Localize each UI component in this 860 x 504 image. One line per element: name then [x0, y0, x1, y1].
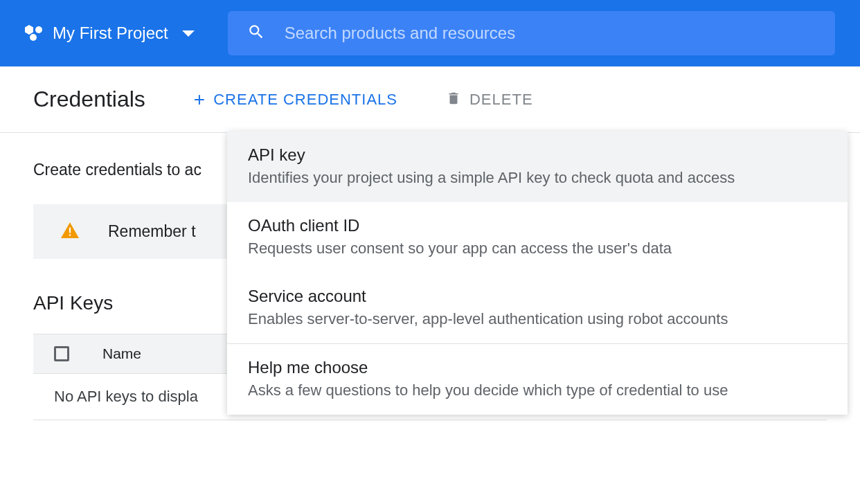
svg-rect-5	[69, 234, 71, 235]
menu-item-desc: Enables server-to-server, app-level auth…	[248, 310, 827, 328]
create-credentials-dropdown: API key Identifies your project using a …	[227, 132, 848, 415]
column-header-name: Name	[102, 345, 141, 362]
plus-icon: +	[194, 89, 205, 111]
menu-item-desc: Asks a few questions to help you decide …	[248, 381, 827, 399]
warning-text: Remember t	[108, 222, 196, 241]
svg-point-2	[30, 34, 37, 41]
page-title: Credentials	[33, 87, 145, 112]
svg-rect-4	[69, 228, 71, 233]
svg-marker-0	[25, 25, 33, 35]
delete-label: DELETE	[469, 91, 533, 109]
menu-item-title: API key	[248, 145, 827, 165]
menu-item-oauth-client-id[interactable]: OAuth client ID Requests user consent so…	[227, 202, 848, 273]
menu-item-title: OAuth client ID	[248, 216, 827, 235]
svg-point-1	[35, 26, 42, 33]
menu-item-service-account[interactable]: Service account Enables server-to-server…	[227, 273, 848, 343]
dropdown-triangle-icon	[182, 30, 195, 37]
search-bar[interactable]	[228, 11, 835, 55]
project-icon	[25, 25, 43, 42]
warning-icon	[61, 222, 79, 241]
toolbar: Credentials + CREATE CREDENTIALS DELETE	[0, 66, 860, 133]
create-credentials-label: CREATE CREDENTIALS	[213, 91, 397, 109]
project-selector[interactable]: My First Project	[25, 24, 195, 43]
menu-item-help-me-choose[interactable]: Help me choose Asks a few questions to h…	[227, 344, 848, 415]
search-input[interactable]	[285, 24, 816, 43]
menu-item-desc: Identifies your project using a simple A…	[248, 169, 827, 187]
trash-icon	[446, 89, 461, 110]
select-all-checkbox[interactable]	[54, 346, 69, 361]
create-credentials-button[interactable]: + CREATE CREDENTIALS	[194, 89, 397, 111]
top-header: My First Project	[0, 0, 860, 66]
menu-item-desc: Requests user consent so your app can ac…	[248, 240, 827, 258]
menu-item-api-key[interactable]: API key Identifies your project using a …	[227, 132, 848, 202]
project-name: My First Project	[53, 24, 168, 43]
delete-button[interactable]: DELETE	[446, 89, 533, 110]
menu-item-title: Help me choose	[248, 358, 827, 377]
menu-item-title: Service account	[248, 287, 827, 306]
search-icon	[247, 23, 265, 44]
